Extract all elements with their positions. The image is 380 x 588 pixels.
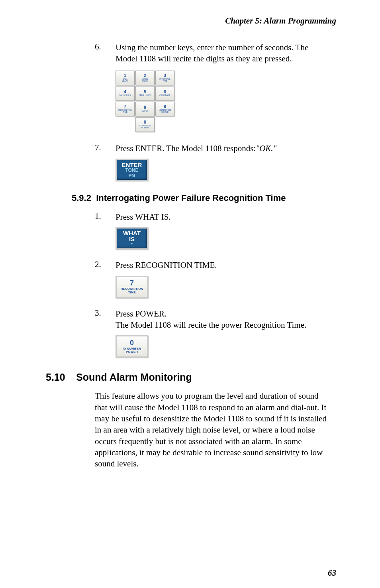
key-7: 7RECOGNITIONTIME	[116, 102, 135, 116]
substep-3: 3. Press POWER. The Model 1108 will reci…	[72, 308, 332, 331]
key0-illustration: 0 ID NUMBER POWER	[116, 335, 332, 358]
key-4: 4MAX CALLS	[116, 86, 135, 101]
substep-1: 1. Press WHAT IS.	[72, 211, 332, 222]
step-text: Press POWER. The Model 1108 will recite …	[116, 308, 332, 331]
step-number: 2.	[95, 260, 116, 271]
section-heading: 5.10Sound Alarm Monitoring	[46, 372, 332, 383]
page-number: 63	[328, 568, 336, 578]
step-7: 7. Press ENTER. The Model 1108 responds:…	[72, 143, 332, 154]
step-number: 7.	[95, 143, 116, 154]
step-text: Press WHAT IS.	[116, 211, 332, 222]
key-8: 8CLOCK	[135, 102, 155, 116]
key-5: 5TEMP LIMITS	[135, 86, 155, 101]
key7-illustration: 7 RECOGNITION TIME	[116, 276, 332, 298]
power-key: 0 ID NUMBER POWER	[116, 335, 148, 358]
key-0: 0ID NUMBERPOWER	[135, 117, 155, 132]
recognition-time-key: 7 RECOGNITION TIME	[116, 276, 148, 298]
step-text: Using the number keys, enter the number …	[116, 42, 332, 65]
step-number: 3.	[95, 308, 116, 331]
key-2: 2VOICEREPS	[135, 71, 155, 85]
enter-key-illustration: ENTER TONE PM	[116, 159, 332, 181]
step-text: Press RECOGNITION TIME.	[116, 260, 332, 271]
chapter-header: Chapter 5: Alarm Programming	[72, 16, 336, 26]
whatis-key-illustration: WHAT IS *	[116, 227, 332, 250]
keypad-illustration: 1CALLDELAY 2VOICEREPS 3INTERCALLTIME 4MA…	[116, 71, 332, 133]
step-number: 6.	[95, 42, 116, 65]
step-6: 6. Using the number keys, enter the numb…	[72, 42, 332, 65]
section-body: This feature allows you to program the l…	[95, 390, 332, 469]
key-3: 3INTERCALLTIME	[155, 71, 174, 85]
key-6: 6CALIBRATE	[155, 86, 174, 101]
key-1: 1CALLDELAY	[116, 71, 135, 85]
enter-key: ENTER TONE PM	[116, 159, 148, 181]
substep-2: 2. Press RECOGNITION TIME.	[72, 260, 332, 271]
subsection-heading: 5.9.2 Interrogating Power Failure Recogn…	[72, 193, 332, 203]
whatis-key: WHAT IS *	[116, 227, 148, 250]
step-number: 1.	[95, 211, 116, 222]
step-text: Press ENTER. The Model 1108 responds:"OK…	[116, 143, 332, 154]
key-9: 9LISTEN TIMESOUND	[155, 102, 174, 116]
